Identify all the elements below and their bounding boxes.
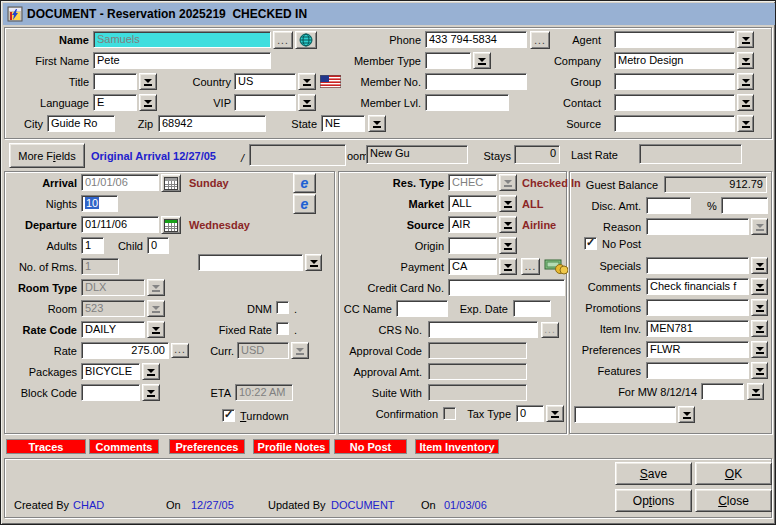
item-inventory-button[interactable]: Item Inventory bbox=[415, 439, 499, 454]
contact-dropdown[interactable] bbox=[737, 94, 754, 111]
for-mw-field[interactable] bbox=[701, 383, 744, 400]
origin-field[interactable] bbox=[448, 237, 497, 254]
country-field[interactable]: US bbox=[234, 73, 296, 90]
disc-amt-field[interactable] bbox=[646, 197, 691, 214]
zip-field[interactable]: 68942 bbox=[158, 115, 266, 132]
comments-dropdown[interactable] bbox=[751, 278, 768, 295]
options-button[interactable]: Options bbox=[615, 489, 692, 512]
contact-field[interactable] bbox=[614, 94, 735, 111]
origin-dropdown[interactable] bbox=[499, 237, 517, 254]
features-dropdown[interactable] bbox=[751, 362, 768, 379]
vip-dropdown[interactable] bbox=[298, 94, 316, 111]
departure-field[interactable]: 01/11/06 bbox=[81, 216, 159, 233]
unlabeled-dropdown-field-2[interactable] bbox=[574, 406, 676, 423]
turndown-checkbox[interactable] bbox=[222, 409, 235, 422]
reason-field[interactable] bbox=[646, 218, 749, 235]
phone-field[interactable]: 433 794-5834 bbox=[425, 31, 527, 48]
exp-date-field[interactable] bbox=[513, 300, 551, 317]
source-field[interactable]: AIR bbox=[448, 216, 497, 233]
state-field[interactable]: NE bbox=[321, 115, 365, 132]
source-status: Airline bbox=[522, 219, 556, 232]
cc-name-field[interactable] bbox=[396, 300, 448, 317]
comments-button[interactable]: Comments bbox=[89, 439, 159, 454]
rate-code-field[interactable]: DAILY bbox=[81, 321, 145, 338]
arrival-web-button[interactable]: e bbox=[293, 173, 316, 193]
member-no-field[interactable] bbox=[425, 73, 527, 90]
city-field[interactable]: Guide Ro bbox=[47, 115, 115, 132]
state-dropdown[interactable] bbox=[368, 115, 386, 132]
nights-field[interactable]: 10 bbox=[81, 195, 118, 212]
item-inv-dropdown[interactable] bbox=[751, 320, 768, 337]
dnm-checkbox[interactable] bbox=[276, 301, 289, 314]
adults-field[interactable]: 1 bbox=[81, 237, 104, 254]
profile-source-dropdown[interactable] bbox=[737, 115, 754, 132]
promotions-dropdown[interactable] bbox=[751, 299, 768, 316]
globe-icon bbox=[299, 33, 313, 47]
item-inv-field[interactable]: MEN781 bbox=[646, 320, 749, 337]
source-dropdown[interactable] bbox=[499, 216, 517, 233]
first-name-field[interactable]: Pete bbox=[93, 52, 271, 69]
member-type-dropdown[interactable] bbox=[473, 52, 491, 69]
rate-code-dropdown[interactable] bbox=[147, 321, 165, 338]
credit-card-no-field[interactable] bbox=[448, 279, 565, 296]
payment-dropdown[interactable] bbox=[499, 258, 517, 275]
unlabeled-dropdown[interactable] bbox=[305, 254, 322, 271]
preferences-field[interactable]: FLWR bbox=[646, 341, 749, 358]
save-button[interactable]: Save bbox=[615, 462, 692, 485]
preferences-button[interactable]: Preferences bbox=[169, 439, 245, 454]
unlabeled-dropdown-2[interactable] bbox=[678, 406, 695, 423]
more-fields-button[interactable]: More Fields bbox=[9, 143, 85, 168]
payment-field[interactable]: CA bbox=[448, 258, 497, 275]
comments-field[interactable]: Check financials f bbox=[646, 278, 749, 295]
packages-dropdown[interactable] bbox=[142, 363, 160, 380]
title-field[interactable] bbox=[93, 73, 137, 90]
member-type-label: Member Type bbox=[341, 55, 421, 68]
unlabeled-dropdown-field[interactable] bbox=[198, 254, 303, 271]
market-field[interactable]: ALL bbox=[448, 195, 497, 212]
group-field[interactable] bbox=[614, 73, 735, 90]
for-mw-dropdown[interactable] bbox=[747, 383, 764, 400]
child-field[interactable]: 0 bbox=[147, 237, 169, 254]
rate-lookup-button[interactable]: ... bbox=[171, 343, 189, 358]
ok-button[interactable]: OK bbox=[695, 462, 772, 485]
disc-pct-field[interactable] bbox=[721, 197, 768, 214]
block-code-dropdown[interactable] bbox=[142, 384, 160, 401]
agent-field[interactable] bbox=[614, 31, 735, 48]
no-post-button[interactable]: No Post bbox=[334, 439, 407, 454]
fixed-rate-checkbox[interactable] bbox=[276, 322, 289, 335]
rate-field[interactable]: 275.00 bbox=[81, 342, 169, 359]
vip-field[interactable] bbox=[234, 94, 296, 111]
profile-globe-button[interactable] bbox=[295, 31, 317, 49]
crs-no-field[interactable] bbox=[428, 321, 538, 338]
agent-dropdown[interactable] bbox=[737, 31, 754, 48]
specials-dropdown[interactable] bbox=[751, 257, 768, 274]
language-field[interactable]: E bbox=[93, 94, 137, 111]
profile-notes-button[interactable]: Profile Notes bbox=[253, 439, 330, 454]
company-field[interactable]: Metro Design bbox=[614, 52, 735, 69]
market-dropdown[interactable] bbox=[499, 195, 517, 212]
departure-calendar-button[interactable] bbox=[161, 216, 181, 234]
promotions-field[interactable] bbox=[646, 299, 749, 316]
no-post-label: No Post bbox=[602, 238, 641, 251]
name-field[interactable]: Samuels bbox=[93, 31, 271, 48]
member-type-field[interactable] bbox=[425, 52, 471, 69]
vip-label: VIP bbox=[151, 97, 231, 110]
no-post-checkbox[interactable] bbox=[584, 237, 597, 250]
country-dropdown[interactable] bbox=[298, 73, 316, 90]
payment-lookup-button[interactable]: ... bbox=[521, 258, 540, 275]
close-button[interactable]: Close bbox=[695, 489, 772, 512]
preferences-dropdown[interactable] bbox=[751, 341, 768, 358]
nights-web-button[interactable]: e bbox=[293, 194, 316, 214]
member-lvl-field[interactable] bbox=[425, 94, 509, 111]
company-dropdown[interactable] bbox=[737, 52, 754, 69]
group-dropdown[interactable] bbox=[737, 73, 754, 90]
block-code-field[interactable] bbox=[81, 384, 140, 401]
specials-field[interactable] bbox=[646, 257, 749, 274]
traces-button[interactable]: Traces bbox=[6, 439, 86, 454]
tax-type-dropdown[interactable] bbox=[546, 405, 564, 422]
profile-source-field[interactable] bbox=[614, 115, 735, 132]
name-lookup-button[interactable]: ... bbox=[273, 31, 293, 49]
features-field[interactable] bbox=[646, 362, 749, 379]
tax-type-field[interactable]: 0 bbox=[516, 405, 544, 422]
packages-field[interactable]: BICYCLE bbox=[81, 363, 140, 380]
